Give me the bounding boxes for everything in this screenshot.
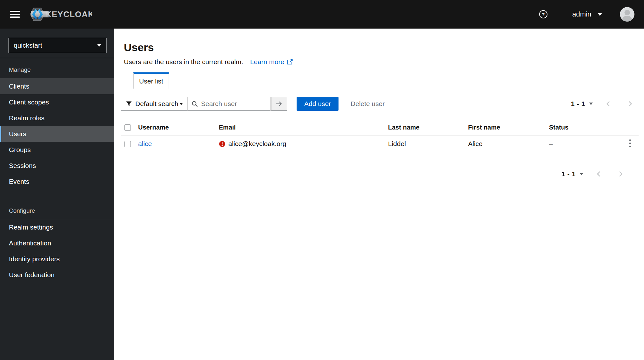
users-table: Username Email Last name First name Stat… bbox=[121, 119, 639, 152]
sidebar-item-authentication[interactable]: Authentication bbox=[0, 235, 114, 251]
masthead: KEYCLOAK ? admin bbox=[0, 0, 644, 29]
table-header-row: Username Email Last name First name Stat… bbox=[121, 119, 639, 136]
sidebar-item-identity-providers[interactable]: Identity providers bbox=[0, 251, 114, 267]
previous-page-button[interactable] bbox=[605, 100, 612, 107]
user-status: – bbox=[546, 136, 620, 152]
realm-selector-value: quickstart bbox=[14, 42, 42, 49]
column-header-email: Email bbox=[215, 119, 385, 136]
nav-section-title: Manage bbox=[0, 58, 114, 78]
column-header-first-name: First name bbox=[465, 119, 546, 136]
sidebar: quickstart Manage Clients Client scopes … bbox=[0, 29, 114, 360]
sidebar-item-user-federation[interactable]: User federation bbox=[0, 267, 114, 283]
nav-section-manage: Manage Clients Client scopes Realm roles… bbox=[0, 58, 114, 190]
tab-bar: User list bbox=[114, 72, 644, 88]
chevron-right-icon bbox=[617, 170, 624, 177]
user-first-name: Alice bbox=[465, 136, 546, 152]
pagination-menu-toggle[interactable] bbox=[580, 173, 583, 175]
row-actions-kebab-button[interactable] bbox=[627, 138, 633, 150]
username-label: admin bbox=[572, 10, 591, 18]
caret-down-icon bbox=[179, 103, 183, 105]
pagination-top: 1 - 1 bbox=[571, 100, 637, 108]
avatar[interactable] bbox=[620, 7, 634, 22]
pagination-menu-toggle[interactable] bbox=[589, 103, 593, 105]
main-content: Users Users are the users in the current… bbox=[114, 29, 644, 360]
sidebar-item-realm-settings[interactable]: Realm settings bbox=[0, 219, 114, 235]
user-last-name: Liddel bbox=[385, 136, 465, 152]
learn-more-label: Learn more bbox=[250, 58, 284, 66]
column-header-username: Username bbox=[135, 119, 215, 136]
nav-section-configure: Configure Realm settings Authentication … bbox=[0, 190, 114, 283]
column-header-last-name: Last name bbox=[385, 119, 465, 136]
username-link[interactable]: alice bbox=[138, 140, 152, 147]
tab-user-list[interactable]: User list bbox=[133, 72, 169, 89]
select-all-checkbox[interactable] bbox=[124, 124, 131, 131]
nav-toggle-icon[interactable] bbox=[10, 11, 20, 18]
external-link-icon bbox=[287, 59, 293, 65]
next-page-button[interactable] bbox=[627, 100, 634, 107]
question-circle-icon: ? bbox=[539, 10, 548, 19]
realm-selector[interactable]: quickstart bbox=[8, 38, 107, 53]
search-submit-button[interactable] bbox=[271, 97, 287, 111]
row-checkbox[interactable] bbox=[124, 141, 131, 147]
delete-user-button[interactable]: Delete user bbox=[351, 100, 385, 108]
chevron-down-icon bbox=[97, 44, 101, 47]
user-dropdown[interactable]: admin bbox=[572, 10, 602, 18]
search-box bbox=[187, 97, 271, 111]
page-title: Users bbox=[124, 41, 293, 54]
toolbar: Default search Add user Delete user 1 - … bbox=[121, 97, 637, 111]
sidebar-item-users[interactable]: Users bbox=[0, 126, 114, 142]
nav-section-title: Configure bbox=[0, 190, 114, 219]
sidebar-item-events[interactable]: Events bbox=[0, 174, 114, 190]
filter-icon bbox=[126, 101, 132, 107]
svg-text:?: ? bbox=[542, 12, 545, 17]
pagination-range: 1 - 1 bbox=[571, 100, 585, 108]
svg-text:KEYCLOAK: KEYCLOAK bbox=[45, 10, 92, 19]
chevron-left-icon bbox=[595, 170, 602, 177]
column-header-status: Status bbox=[546, 119, 620, 136]
keycloak-logo-icon: KEYCLOAK bbox=[30, 7, 92, 22]
search-icon bbox=[191, 101, 198, 107]
search-type-label: Default search bbox=[135, 100, 179, 108]
help-button[interactable]: ? bbox=[539, 10, 548, 19]
previous-page-button[interactable] bbox=[595, 170, 602, 177]
sidebar-item-realm-roles[interactable]: Realm roles bbox=[0, 110, 114, 126]
chevron-right-icon bbox=[627, 100, 634, 107]
page-header: Users Users are the users in the current… bbox=[124, 41, 293, 66]
sidebar-item-client-scopes[interactable]: Client scopes bbox=[0, 94, 114, 110]
keycloak-logo: KEYCLOAK bbox=[30, 7, 92, 22]
arrow-right-icon bbox=[275, 100, 283, 108]
sidebar-item-groups[interactable]: Groups bbox=[0, 142, 114, 158]
search-input[interactable] bbox=[201, 100, 266, 108]
table-row: alice alice@keycloak.org Liddel Alice – bbox=[121, 136, 639, 152]
search-type-dropdown[interactable]: Default search bbox=[121, 97, 188, 111]
avatar-icon bbox=[620, 7, 634, 22]
exclamation-circle-icon bbox=[219, 141, 225, 147]
add-user-button[interactable]: Add user bbox=[297, 97, 339, 111]
sidebar-item-clients[interactable]: Clients bbox=[0, 78, 114, 94]
chevron-down-icon bbox=[598, 13, 602, 16]
sidebar-item-sessions[interactable]: Sessions bbox=[0, 158, 114, 174]
learn-more-link[interactable]: Learn more bbox=[250, 58, 293, 66]
kebab-icon bbox=[629, 139, 631, 148]
page-description: Users are the users in the current realm… bbox=[124, 58, 243, 66]
next-page-button[interactable] bbox=[617, 170, 624, 177]
user-email: alice@keycloak.org bbox=[228, 140, 286, 148]
pagination-bottom: 1 - 1 bbox=[561, 166, 624, 182]
pagination-range: 1 - 1 bbox=[561, 170, 576, 178]
chevron-left-icon bbox=[605, 100, 612, 107]
